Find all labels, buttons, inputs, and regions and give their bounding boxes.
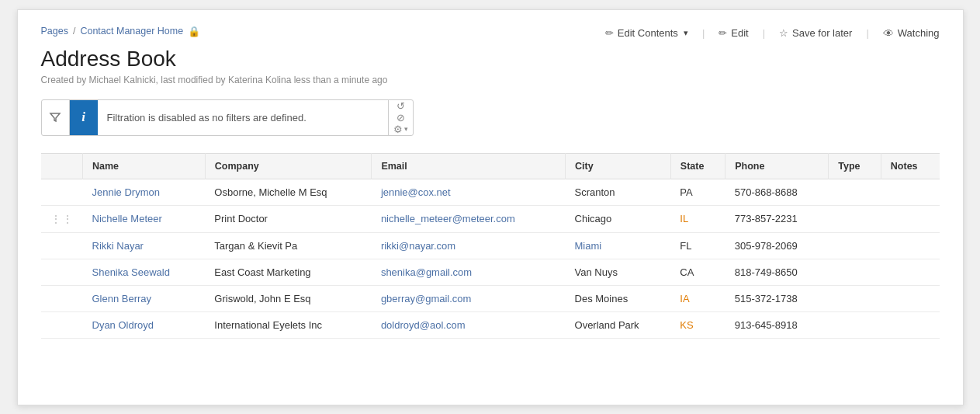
row-drag-handle[interactable]	[41, 311, 83, 338]
cell-phone: 818-749-8650	[725, 259, 829, 285]
col-header-email: Email	[372, 153, 566, 179]
eye-icon: 👁	[883, 27, 894, 40]
cell-state[interactable]: IL	[670, 205, 725, 232]
star-icon: ☆	[779, 27, 788, 39]
cell-state: PA	[670, 179, 725, 205]
cell-state: CA	[670, 259, 725, 285]
cell-name[interactable]: Shenika Seewald	[83, 259, 206, 285]
contact-name-link[interactable]: Glenn Berray	[92, 293, 152, 304]
contact-email-link[interactable]: doldroyd@aol.com	[381, 319, 466, 331]
col-header-notes: Notes	[881, 153, 939, 179]
cell-state[interactable]: IA	[670, 285, 725, 311]
cell-phone: 913-645-8918	[725, 311, 829, 338]
page-toolbar: ✏ Edit Contents ▾ | ✏ Edit | ☆ Save for …	[605, 27, 940, 40]
contact-email-link[interactable]: shenika@gmail.com	[381, 266, 472, 278]
cell-email[interactable]: doldroyd@aol.com	[372, 311, 566, 338]
watching-button[interactable]: 👁 Watching	[883, 27, 940, 40]
breadcrumb-pages-link[interactable]: Pages	[41, 26, 68, 37]
contact-state-link[interactable]: KS	[680, 319, 693, 331]
col-header-type: Type	[829, 153, 881, 179]
row-drag-handle[interactable]	[41, 285, 83, 311]
row-drag-handle[interactable]: ⋮⋮	[41, 205, 83, 232]
cell-notes	[881, 259, 939, 285]
contact-name-link[interactable]: Nichelle Meteer	[92, 213, 162, 224]
cell-email[interactable]: shenika@gmail.com	[372, 259, 566, 285]
contact-name-link[interactable]: Jennie Drymon	[92, 186, 160, 198]
cell-name[interactable]: Nichelle Meteer	[83, 205, 206, 232]
contact-state-link[interactable]: IA	[680, 293, 689, 304]
cell-phone: 773-857-2231	[725, 205, 829, 232]
row-drag-handle[interactable]	[41, 259, 83, 285]
contact-state-link[interactable]: IL	[680, 213, 688, 224]
filter-undo-button[interactable]: ↺	[389, 100, 413, 112]
cell-state: FL	[670, 232, 725, 259]
col-header-state: State	[670, 153, 725, 179]
cell-phone: 515-372-1738	[725, 285, 829, 311]
pencil-icon: ✏	[605, 27, 614, 39]
edit-contents-button[interactable]: ✏ Edit Contents ▾	[605, 27, 688, 39]
filter-info-icon: i	[70, 100, 98, 135]
cell-type	[829, 285, 881, 311]
row-drag-handle[interactable]	[41, 232, 83, 259]
table-row: Jennie DrymonOsborne, Michelle M Esqjenn…	[41, 179, 940, 205]
table-wrapper: Name Company Email City State Phone Type…	[41, 153, 940, 339]
edit-pencil-icon: ✏	[719, 27, 727, 39]
cell-city: Overland Park	[566, 311, 671, 338]
table-row: Shenika SeewaldEast Coast Marketingsheni…	[41, 259, 940, 285]
cell-email[interactable]: jennie@cox.net	[372, 179, 566, 205]
cell-company: Targan & Kievit Pa	[205, 232, 372, 259]
cell-email[interactable]: nichelle_meteer@meteer.com	[372, 205, 566, 232]
table-row: Glenn BerrayGriswold, John E Esqgberray@…	[41, 285, 940, 311]
cell-city: Chicago	[566, 205, 671, 232]
contact-email-link[interactable]: nichelle_meteer@meteer.com	[381, 213, 515, 224]
save-for-later-label: Save for later	[792, 27, 852, 39]
page-title: Address Book	[41, 47, 940, 71]
gear-dropdown-icon: ▾	[404, 125, 408, 133]
cell-name[interactable]: Dyan Oldroyd	[83, 311, 206, 338]
cell-city: Scranton	[566, 179, 671, 205]
contact-email-link[interactable]: jennie@cox.net	[381, 186, 451, 198]
cell-name[interactable]: Glenn Berray	[83, 285, 206, 311]
page-meta: Created by Michael Kalnicki, last modifi…	[41, 75, 940, 85]
toolbar-separator-1: |	[702, 27, 705, 39]
toolbar-separator-3: |	[866, 27, 868, 39]
cell-company: East Coast Marketing	[205, 259, 372, 285]
cell-state[interactable]: KS	[670, 311, 725, 338]
col-header-phone: Phone	[725, 153, 829, 179]
cell-city: Des Moines	[566, 285, 671, 311]
contact-name-link[interactable]: Shenika Seewald	[92, 266, 170, 278]
cell-company: Osborne, Michelle M Esq	[205, 179, 372, 205]
cell-company: Print Doctor	[205, 205, 372, 232]
cell-name[interactable]: Rikki Nayar	[83, 232, 206, 259]
contact-city-link[interactable]: Miami	[575, 240, 602, 252]
contact-name-link[interactable]: Dyan Oldroyd	[92, 319, 154, 331]
cell-email[interactable]: gberray@gmail.com	[372, 285, 566, 311]
breadcrumb-home-link[interactable]: Contact Manager Home	[80, 26, 183, 37]
edit-button[interactable]: ✏ Edit	[719, 27, 748, 39]
table-row: Dyan OldroydInternational Eyelets Incdol…	[41, 311, 940, 338]
cell-type	[829, 311, 881, 338]
cell-city[interactable]: Miami	[566, 232, 671, 259]
cell-notes	[881, 285, 939, 311]
contact-name-link[interactable]: Rikki Nayar	[92, 240, 144, 252]
table-row: Rikki NayarTargan & Kievit Parikki@nayar…	[41, 232, 940, 259]
row-drag-handle[interactable]	[41, 179, 83, 205]
cell-name[interactable]: Jennie Drymon	[83, 179, 206, 205]
filter-cancel-button[interactable]: ⊘	[389, 112, 413, 124]
col-header-company: Company	[205, 153, 372, 179]
cell-notes	[881, 311, 939, 338]
contact-email-link[interactable]: gberray@gmail.com	[381, 293, 472, 304]
cell-email[interactable]: rikki@nayar.com	[372, 232, 566, 259]
cell-company: Griswold, John E Esq	[205, 285, 372, 311]
filter-gear-button[interactable]: ⚙ ▾	[389, 124, 413, 135]
edit-label: Edit	[731, 27, 748, 39]
cell-notes	[881, 179, 939, 205]
contact-email-link[interactable]: rikki@nayar.com	[381, 240, 455, 252]
cell-type	[829, 232, 881, 259]
dropdown-arrow-icon: ▾	[684, 28, 688, 38]
contacts-table: Name Company Email City State Phone Type…	[41, 153, 940, 339]
col-header-name: Name	[83, 153, 206, 179]
watching-label: Watching	[898, 27, 940, 39]
save-for-later-button[interactable]: ☆ Save for later	[779, 27, 852, 39]
filter-funnel-icon	[42, 100, 70, 135]
